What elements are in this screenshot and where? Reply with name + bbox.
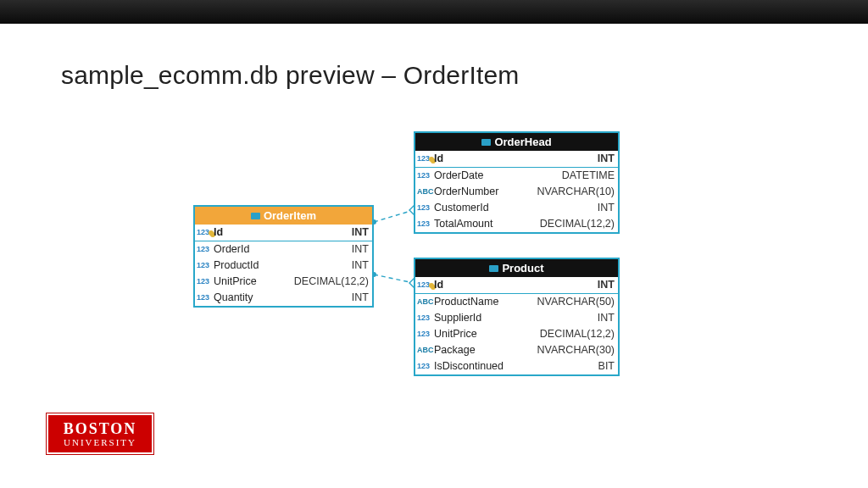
entity-orderHead[interactable]: OrderHead123IdINT123OrderDateDATETIMEABC… [414, 131, 620, 234]
number-type-icon: 123 [417, 327, 434, 341]
column-row[interactable]: 123TotalAmountDECIMAL(12,2) [415, 216, 618, 232]
number-type-icon: 123 [417, 201, 434, 215]
entity-name: OrderItem [264, 209, 316, 222]
column-row-pk[interactable]: 123IdINT [195, 225, 372, 241]
number-type-icon: 123 [417, 311, 434, 325]
column-type: DECIMAL(12,2) [540, 217, 615, 231]
column-name: IsDiscontinued [434, 359, 504, 374]
entity-product[interactable]: Product123IdINTABCProductNameNVARCHAR(50… [414, 258, 620, 376]
column-type: NVARCHAR(30) [537, 343, 615, 358]
number-type-icon: 123 [197, 274, 214, 289]
column-row[interactable]: 123UnitPriceDECIMAL(12,2) [415, 326, 618, 342]
column-name: OrderId [214, 242, 249, 257]
column-type: NVARCHAR(10) [537, 185, 615, 199]
entity-orderItem[interactable]: OrderItem123IdINT123OrderIdINT123Product… [193, 205, 374, 308]
column-row[interactable]: 123OrderDateDATETIME [415, 168, 618, 184]
number-type-icon: 123 [417, 169, 434, 183]
column-name: Id [214, 225, 223, 240]
column-row-pk[interactable]: 123IdINT [415, 277, 618, 294]
table-icon [481, 139, 491, 146]
entity-name: Product [502, 262, 543, 274]
column-name: Package [434, 343, 476, 358]
column-name: SupplierId [434, 311, 481, 325]
number-type-icon: 123 [197, 242, 214, 257]
column-name: OrderDate [434, 169, 483, 183]
table-icon [251, 213, 260, 219]
column-type: INT [352, 225, 369, 240]
column-row[interactable]: 123OrderIdINT [195, 241, 372, 258]
relationship-line [374, 210, 414, 222]
relationship-line [374, 274, 414, 283]
text-type-icon: ABC [417, 185, 434, 199]
number-type-icon: 123 [417, 278, 434, 292]
number-type-icon: 123 [417, 217, 434, 231]
number-type-icon: 123 [417, 152, 434, 166]
column-name: OrderNumber [434, 185, 498, 199]
column-name: Id [434, 278, 443, 292]
column-row[interactable]: 123QuantityINT [195, 290, 372, 306]
column-name: ProductName [434, 295, 498, 309]
column-name: ProductId [214, 258, 259, 273]
text-type-icon: ABC [417, 295, 434, 309]
entity-body: 123IdINT123OrderDateDATETIMEABCOrderNumb… [415, 151, 618, 232]
column-row[interactable]: ABCOrderNumberNVARCHAR(10) [415, 184, 618, 200]
column-name: UnitPrice [214, 274, 257, 289]
column-type: INT [352, 242, 369, 257]
column-row[interactable]: 123UnitPriceDECIMAL(12,2) [195, 274, 372, 290]
column-type: INT [598, 278, 615, 292]
column-row[interactable]: 123IsDiscontinuedBIT [415, 358, 618, 374]
column-type: DECIMAL(12,2) [540, 327, 615, 341]
column-type: INT [352, 258, 369, 273]
column-row-pk[interactable]: 123IdINT [415, 151, 618, 168]
number-type-icon: 123 [197, 258, 214, 273]
column-type: INT [598, 311, 615, 325]
column-type: NVARCHAR(50) [537, 295, 615, 309]
entity-name: OrderHead [494, 136, 551, 148]
entity-header[interactable]: Product [415, 259, 618, 277]
text-type-icon: ABC [417, 343, 434, 358]
column-row[interactable]: 123SupplierIdINT [415, 310, 618, 326]
column-row[interactable]: 123CustomerIdINT [415, 200, 618, 216]
entity-body: 123IdINTABCProductNameNVARCHAR(50)123Sup… [415, 277, 618, 374]
column-type: BIT [598, 359, 615, 374]
logo-line1: BOSTON [64, 421, 137, 436]
column-name: Id [434, 152, 443, 166]
logo-line2: UNIVERSITY [64, 438, 136, 447]
number-type-icon: 123 [197, 225, 214, 240]
number-type-icon: 123 [417, 359, 434, 374]
column-name: UnitPrice [434, 327, 477, 341]
number-type-icon: 123 [197, 291, 214, 305]
column-type: INT [598, 152, 615, 166]
entity-header[interactable]: OrderHead [415, 133, 618, 151]
column-type: DECIMAL(12,2) [294, 274, 369, 289]
column-type: DATETIME [562, 169, 615, 183]
entity-body: 123IdINT123OrderIdINT123ProductIdINT123U… [195, 225, 372, 306]
column-row[interactable]: ABCPackageNVARCHAR(30) [415, 342, 618, 358]
column-name: TotalAmount [434, 217, 492, 231]
column-name: CustomerId [434, 201, 489, 215]
table-icon [489, 265, 498, 272]
column-row[interactable]: 123ProductIdINT [195, 258, 372, 274]
column-type: INT [352, 291, 369, 305]
column-name: Quantity [214, 291, 253, 305]
column-type: INT [598, 201, 615, 215]
entity-header[interactable]: OrderItem [195, 207, 372, 225]
column-row[interactable]: ABCProductNameNVARCHAR(50) [415, 294, 618, 310]
bu-logo: BOSTON UNIVERSITY [47, 413, 153, 454]
